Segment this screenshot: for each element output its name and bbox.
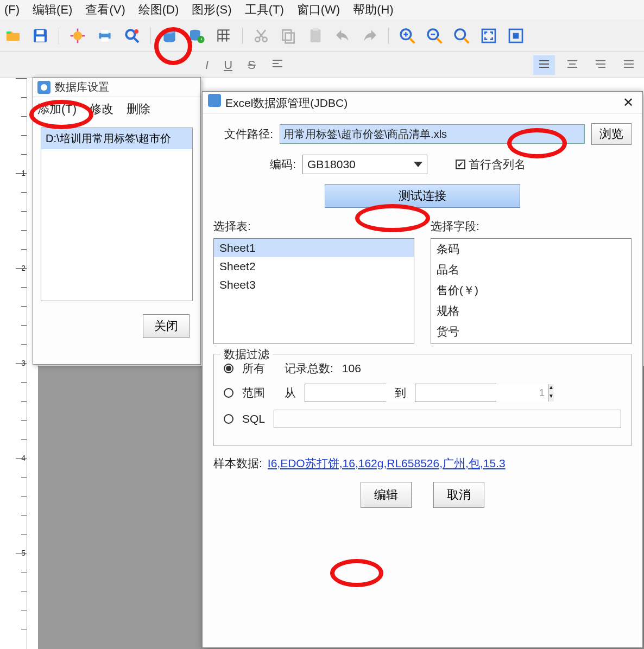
format-toolbar: I U S [0,52,644,78]
svg-point-3 [73,31,82,40]
database-refresh-icon[interactable] [188,27,205,44]
field-item[interactable]: 条码 [431,239,631,259]
record-count-value: 106 [342,362,361,375]
italic-icon[interactable]: I [201,56,213,74]
open-icon[interactable] [4,27,22,44]
checkbox-icon: ✔ [456,160,465,169]
align-v4-icon[interactable] [618,55,640,75]
firstrow-label: 首行含列名 [469,157,526,172]
datasource-list[interactable]: D:\培训用常用标签\超市价 [41,128,193,301]
table-item[interactable]: Sheet1 [214,239,414,257]
align-v3-icon[interactable] [590,55,611,75]
zoom-in-icon[interactable] [399,27,416,44]
dlg1-icon [37,81,50,94]
radio-range[interactable] [224,388,233,398]
database-settings-dialog: 数据库设置 添加(T) 修改 删除 D:\培训用常用标签\超市价 关闭 [33,77,201,365]
menubar: (F) 编辑(E) 查看(V) 绘图(D) 图形(S) 工具(T) 窗口(W) … [0,0,644,20]
field-item[interactable]: 规格 [431,301,631,321]
fields-listbox[interactable]: 条码 品名 售价(￥) 规格 货号 [431,238,632,344]
menu-help[interactable]: 帮助(H) [353,2,394,18]
field-item[interactable]: 品名 [431,259,631,280]
table-item[interactable]: Sheet3 [214,276,414,294]
browse-button[interactable]: 浏览 [591,123,632,145]
svg-line-37 [437,39,441,43]
undo-icon[interactable] [334,27,351,44]
svg-rect-2 [36,36,45,41]
align-left-icon[interactable] [267,55,288,75]
filter-all-label: 所有 [242,361,265,376]
align-v1-icon[interactable] [533,55,555,75]
from-label: 从 [285,385,296,400]
encoding-select[interactable]: GB18030 [302,155,427,174]
to-input[interactable]: ▲▼ [415,384,496,402]
test-connection-button[interactable]: 测试连接 [325,184,520,208]
record-count-label: 记录总数: [285,361,333,376]
menu-view[interactable]: 查看(V) [85,2,125,18]
to-label: 到 [395,385,406,400]
menu-draw[interactable]: 绘图(D) [138,2,179,18]
menu-edit[interactable]: 编辑(E) [33,2,72,18]
field-item[interactable]: 售价(￥) [431,280,631,301]
align-v2-icon[interactable] [561,55,583,75]
sample-label: 样本数据: [213,456,262,471]
zoom-out-icon[interactable] [426,27,443,44]
database-icon[interactable] [161,27,178,44]
cancel-button[interactable]: 取消 [433,482,484,508]
dlg2-title-text: Excel数据源管理(JDBC) [225,97,348,109]
cut-icon[interactable] [252,27,270,44]
grid-icon[interactable] [215,27,232,44]
svg-rect-9 [101,30,108,34]
svg-point-39 [455,29,465,40]
table-item[interactable]: Sheet2 [214,257,414,276]
menu-window[interactable]: 窗口(W) [297,2,340,18]
encoding-value: GB18030 [307,158,356,171]
filter-group: 数据过滤 所有 记录总数: 106 范围 从 ▲▼ 到 ▲▼ SQL [213,354,632,446]
filter-sql-label: SQL [242,412,265,425]
sample-data: I6,EDO苏打饼,16,162g,RL658526,广州,包,15.3 [268,456,506,471]
datasource-item[interactable]: D:\培训用常用标签\超市价 [41,128,192,149]
strikethrough-icon[interactable]: S [243,56,260,74]
close-icon[interactable]: ✕ [620,95,637,110]
paste-icon[interactable] [307,27,324,44]
fullscreen-icon[interactable] [480,27,497,44]
svg-point-11 [126,30,135,39]
encoding-label: 编码: [213,157,296,172]
settings-icon[interactable] [69,27,86,44]
redo-icon[interactable] [361,27,378,44]
sql-input[interactable] [274,410,621,428]
field-item[interactable]: 货号 [431,321,631,342]
menu-tools[interactable]: 工具(T) [245,2,284,18]
zoom-fit-icon[interactable] [453,27,470,44]
vertical-ruler: 12345 [11,78,27,649]
dlg1-title-text: 数据库设置 [55,80,109,94]
filter-legend: 数据过滤 [220,347,273,362]
menu-file[interactable]: (F) [4,3,20,17]
svg-rect-29 [286,33,294,43]
select-table-label: 选择表: [213,219,414,234]
radio-sql[interactable] [224,414,233,424]
firstrow-checkbox[interactable]: ✔ 首行含列名 [456,157,526,172]
actual-size-icon[interactable] [507,27,525,44]
excel-jdbc-dialog: Excel数据源管理(JDBC) ✕ 文件路径: 用常用标签\超市价签\商品清单… [202,91,643,648]
dlg1-toolbar: 添加(T) 修改 删除 [33,97,200,121]
menu-shape[interactable]: 图形(S) [192,2,231,18]
tables-listbox[interactable]: Sheet1 Sheet2 Sheet3 [213,238,414,344]
preview-icon[interactable] [123,27,141,44]
add-button[interactable]: 添加(T) [37,101,77,117]
dlg1-titlebar: 数据库设置 [33,78,200,97]
underline-icon[interactable]: U [219,56,237,74]
svg-rect-30 [311,29,321,42]
copy-icon[interactable] [280,27,297,44]
path-input[interactable]: 用常用标签\超市价签\商品清单.xls [280,124,585,144]
print-icon[interactable] [96,27,113,44]
svg-rect-31 [313,28,319,30]
from-input[interactable]: ▲▼ [305,384,386,402]
save-icon[interactable] [31,27,49,44]
svg-rect-41 [482,29,495,42]
radio-all[interactable] [224,364,233,373]
modify-button[interactable]: 修改 [90,101,113,117]
delete-button[interactable]: 删除 [127,101,150,117]
edit-button[interactable]: 编辑 [361,482,412,508]
filter-range-label: 范围 [242,385,265,400]
close-button[interactable]: 关闭 [143,314,190,338]
